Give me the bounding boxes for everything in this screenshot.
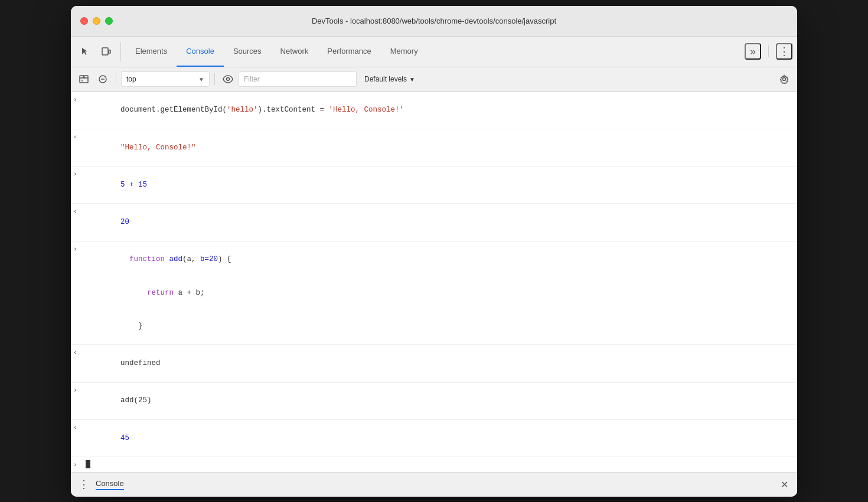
- console-line: › document.getElementById('hello').textC…: [71, 92, 797, 129]
- cursor: [86, 460, 90, 468]
- console-line-content: }: [85, 309, 792, 343]
- svg-rect-1: [109, 50, 110, 53]
- svg-point-9: [783, 78, 786, 81]
- tab-bar-right: » ⋮: [745, 43, 792, 60]
- cursor-icon[interactable]: [76, 42, 94, 61]
- console-line: ‹ "Hello, Console!": [71, 129, 797, 167]
- console-line: › function add(a, b=20) { return a + b; …: [71, 242, 797, 345]
- console-settings-button[interactable]: [776, 71, 792, 87]
- input-arrow: ›: [73, 245, 81, 276]
- bottom-close-button[interactable]: ✕: [776, 476, 792, 493]
- bottom-dots-button[interactable]: ⋮: [76, 476, 92, 493]
- devtools-more-options-button[interactable]: ⋮: [776, 43, 792, 60]
- tab-network[interactable]: Network: [271, 37, 318, 67]
- maximize-button[interactable]: [105, 17, 113, 25]
- toolbar-divider-1: [116, 73, 116, 85]
- console-line-content: return a + b;: [85, 276, 792, 309]
- input-arrow: ›: [73, 386, 81, 396]
- console-line-content: document.getElementById('hello').textCon…: [85, 94, 792, 127]
- console-toolbar: top ▼ Filter Default levels ▼: [71, 67, 797, 92]
- clear-console-button[interactable]: [76, 71, 92, 87]
- console-line: › add(25): [71, 383, 797, 420]
- more-tabs-button[interactable]: »: [745, 43, 761, 60]
- input-arrow: ›: [73, 460, 81, 470]
- tab-elements[interactable]: Elements: [126, 37, 177, 67]
- console-line-content: add(25): [85, 384, 792, 418]
- chevron-down-icon: ▼: [409, 76, 415, 83]
- device-toggle-icon[interactable]: [97, 42, 116, 61]
- console-line: › 5 + 15: [71, 167, 797, 204]
- title-bar: DevTools - localhost:8080/web/tools/chro…: [71, 6, 797, 37]
- console-output[interactable]: › document.getElementById('hello').textC…: [71, 92, 797, 472]
- eye-icon[interactable]: [220, 71, 236, 87]
- console-line: ‹ 45: [71, 420, 797, 457]
- bottom-console-label: Console: [96, 479, 124, 490]
- output-arrow: ‹: [73, 207, 81, 217]
- input-arrow: ›: [73, 95, 81, 105]
- svg-point-8: [227, 78, 230, 81]
- output-arrow: ‹: [73, 423, 81, 433]
- console-line-content: undefined: [85, 347, 792, 380]
- tabs: Elements Console Sources Network Perform…: [126, 37, 428, 67]
- console-line-content: 5 + 15: [85, 168, 792, 201]
- input-arrow: ›: [73, 169, 81, 180]
- minimize-button[interactable]: [93, 17, 100, 25]
- console-line-content: 45: [85, 422, 792, 455]
- output-arrow: ‹: [73, 132, 81, 142]
- console-input-line[interactable]: ›: [71, 457, 797, 472]
- tab-bar: Elements Console Sources Network Perform…: [71, 37, 797, 67]
- console-line-content: 20: [85, 206, 792, 239]
- bottom-bar: ⋮ Console ✕: [71, 472, 797, 497]
- filter-input[interactable]: Filter: [239, 71, 357, 87]
- tab-performance[interactable]: Performance: [318, 37, 380, 67]
- tab-bar-icons: [76, 42, 121, 61]
- console-line-content: function add(a, b=20) {: [85, 243, 792, 276]
- tab-sources[interactable]: Sources: [224, 37, 271, 67]
- console-line: ‹ 20: [71, 204, 797, 241]
- close-button[interactable]: [80, 17, 88, 25]
- chevron-down-icon: ▼: [198, 76, 204, 83]
- window-title: DevTools - localhost:8080/web/tools/chro…: [312, 17, 556, 25]
- svg-rect-0: [102, 48, 108, 55]
- tab-console[interactable]: Console: [177, 37, 224, 67]
- traffic-lights: [80, 17, 113, 25]
- filter-toggle-button[interactable]: [94, 71, 111, 87]
- console-line: ‹ undefined: [71, 345, 797, 382]
- devtools-window: DevTools - localhost:8080/web/tools/chro…: [71, 6, 797, 497]
- console-line-content: "Hello, Console!": [85, 131, 792, 164]
- tab-memory[interactable]: Memory: [381, 37, 428, 67]
- execution-context-selector[interactable]: top ▼: [121, 71, 210, 87]
- default-levels-dropdown[interactable]: Default levels ▼: [359, 71, 420, 87]
- tab-bar-divider: [768, 45, 769, 57]
- toolbar-divider-2: [214, 73, 215, 85]
- output-arrow: ‹: [73, 348, 81, 358]
